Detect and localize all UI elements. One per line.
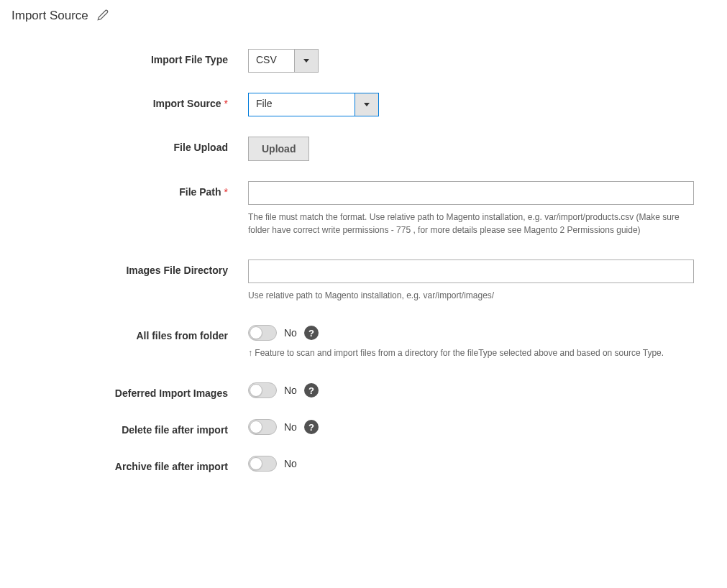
upload-button[interactable]: Upload bbox=[248, 137, 309, 161]
file-path-note: The file must match the format. Use rela… bbox=[248, 211, 694, 236]
label-file-upload: File Upload bbox=[0, 137, 248, 153]
chevron-down-icon bbox=[355, 93, 378, 116]
section-title: Import Source bbox=[12, 9, 88, 23]
toggle-status: No bbox=[284, 421, 297, 433]
form: Import File Type CSV Import Source* File… bbox=[0, 37, 727, 484]
label-archive-after: Archive file after import bbox=[0, 456, 248, 472]
images-dir-note: Use relative path to Magento installatio… bbox=[248, 289, 694, 302]
field-all-files: All files from folder No ? ↑ Feature to … bbox=[0, 325, 705, 359]
toggle-delete-after[interactable] bbox=[248, 419, 277, 435]
field-import-file-type: Import File Type CSV bbox=[0, 49, 705, 73]
chevron-down-icon bbox=[294, 50, 318, 72]
help-icon[interactable]: ? bbox=[304, 326, 319, 340]
label-file-path: File Path* bbox=[0, 181, 248, 198]
toggle-status: No bbox=[284, 385, 297, 396]
label-images-dir: Images File Directory bbox=[0, 259, 248, 276]
field-import-source: Import Source* File bbox=[0, 93, 705, 116]
toggle-all-files[interactable] bbox=[248, 325, 277, 341]
required-mark: * bbox=[224, 186, 228, 198]
required-mark: * bbox=[224, 98, 228, 109]
field-deferred: Deferred Import Images No ? bbox=[0, 382, 705, 399]
select-import-file-type[interactable]: CSV bbox=[248, 49, 319, 73]
toggle-status: No bbox=[284, 327, 297, 339]
help-icon[interactable]: ? bbox=[304, 420, 319, 434]
select-value: File bbox=[249, 93, 355, 116]
help-icon[interactable]: ? bbox=[304, 383, 319, 398]
field-file-upload: File Upload Upload bbox=[0, 137, 705, 161]
section-header: Import Source bbox=[0, 0, 727, 37]
label-delete-after: Delete file after import bbox=[0, 419, 248, 436]
label-import-source: Import Source* bbox=[0, 93, 248, 109]
edit-icon[interactable] bbox=[97, 9, 109, 23]
field-images-dir: Images File Directory Use relative path … bbox=[0, 259, 705, 302]
field-archive-after: Archive file after import No bbox=[0, 456, 705, 472]
select-value: CSV bbox=[249, 50, 294, 72]
label-deferred: Deferred Import Images bbox=[0, 382, 248, 399]
images-dir-input[interactable] bbox=[248, 259, 694, 283]
toggle-deferred[interactable] bbox=[248, 382, 277, 398]
field-delete-after: Delete file after import No ? bbox=[0, 419, 705, 436]
toggle-archive-after[interactable] bbox=[248, 456, 277, 472]
label-import-file-type: Import File Type bbox=[0, 49, 248, 65]
all-files-note: ↑ Feature to scan and import files from … bbox=[248, 346, 694, 359]
field-file-path: File Path* The file must match the forma… bbox=[0, 181, 705, 236]
file-path-input[interactable] bbox=[248, 181, 694, 205]
select-import-source[interactable]: File bbox=[248, 93, 379, 116]
toggle-status: No bbox=[284, 458, 297, 469]
label-all-files: All files from folder bbox=[0, 325, 248, 341]
